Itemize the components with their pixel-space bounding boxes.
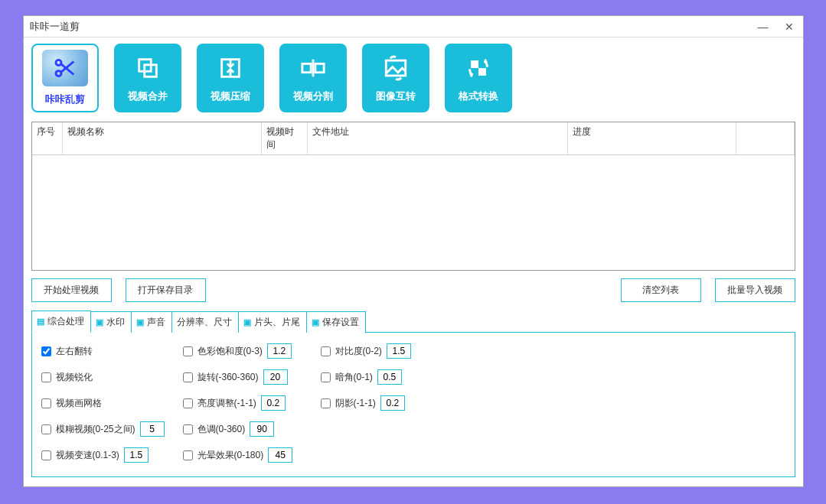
tab-icon: ▣ — [136, 317, 144, 327]
tab-label: 水印 — [106, 316, 125, 329]
table-header: 序号 视频名称 视频时间 文件地址 进度 — [32, 122, 795, 155]
scissors-icon — [42, 50, 88, 86]
opt-halo[interactable]: 光晕效果(0-180) — [183, 447, 321, 463]
contrast-input[interactable] — [387, 343, 411, 359]
tab-audio[interactable]: ▣声音 — [131, 311, 172, 333]
opt-label: 暗角(0-1) — [335, 371, 373, 384]
flip-checkbox[interactable] — [41, 346, 51, 356]
opt-brightness[interactable]: 亮度调整(-1-1) — [183, 395, 321, 411]
svg-line-2 — [60, 63, 73, 74]
close-button[interactable]: ✕ — [782, 21, 797, 33]
tab-icon: ▣ — [312, 317, 319, 327]
rotate-input[interactable] — [263, 369, 288, 385]
titlebar-controls: — ✕ — [756, 21, 797, 33]
opt-label: 亮度调整(-1-1) — [198, 397, 256, 410]
th-extra[interactable] — [736, 122, 795, 154]
open-dir-button[interactable]: 打开保存目录 — [126, 278, 206, 302]
clear-list-button[interactable]: 清空列表 — [621, 278, 701, 302]
hue-input[interactable] — [250, 421, 274, 437]
blur-checkbox[interactable] — [41, 424, 51, 434]
halo-input[interactable] — [268, 447, 292, 463]
saturation-checkbox[interactable] — [183, 346, 193, 356]
rotate-checkbox[interactable] — [183, 372, 193, 382]
grid-checkbox[interactable] — [41, 398, 51, 408]
svg-rect-14 — [478, 68, 486, 76]
start-process-button[interactable]: 开始处理视频 — [31, 278, 112, 302]
hue-checkbox[interactable] — [183, 424, 193, 434]
opt-grid[interactable]: 视频画网格 — [41, 395, 183, 411]
th-seq[interactable]: 序号 — [32, 122, 63, 154]
batch-import-button[interactable]: 批量导入视频 — [715, 278, 795, 302]
th-time[interactable]: 视频时间 — [262, 122, 308, 154]
image-icon — [380, 53, 411, 83]
th-addr[interactable]: 文件地址 — [308, 122, 568, 154]
tool-convert[interactable]: 格式转换 — [445, 44, 512, 112]
settings-panel: 左右翻转 视频锐化 视频画网格 模糊视频(0-25之间) 视频变速(0.1-3)… — [31, 332, 795, 477]
settings-col2: 色彩饱和度(0-3) 旋转(-360-360) 亮度调整(-1-1) 色调(0-… — [183, 343, 321, 463]
tab-general[interactable]: ▤综合处理 — [31, 311, 91, 333]
tab-save[interactable]: ▣保存设置 — [306, 311, 366, 333]
opt-contrast[interactable]: 对比度(0-2) — [321, 343, 420, 359]
opt-speed[interactable]: 视频变速(0.1-3) — [41, 447, 183, 463]
opt-label: 视频变速(0.1-3) — [56, 449, 119, 462]
tab-icon: ▣ — [243, 317, 251, 327]
split-icon — [298, 53, 328, 83]
tab-icon: ▣ — [96, 317, 103, 327]
convert-icon — [463, 53, 494, 83]
tool-split[interactable]: 视频分割 — [279, 44, 347, 112]
vignette-input[interactable] — [377, 369, 402, 385]
tab-watermark[interactable]: ▣水印 — [90, 311, 132, 333]
saturation-input[interactable] — [267, 343, 292, 359]
main-toolbar: 咔咔乱剪 视频合并 视频压缩 视频分割 图像互转 — [24, 37, 803, 122]
th-name[interactable]: 视频名称 — [63, 122, 262, 154]
opt-label: 色调(0-360) — [198, 423, 246, 436]
opt-rotate[interactable]: 旋转(-360-360) — [183, 369, 321, 385]
shadow-checkbox[interactable] — [321, 398, 331, 408]
minimize-button[interactable]: — — [756, 21, 771, 33]
opt-sharpen[interactable]: 视频锐化 — [41, 369, 183, 385]
tab-label: 分辨率、尺寸 — [177, 316, 232, 329]
tool-merge[interactable]: 视频合并 — [114, 44, 181, 112]
blur-input[interactable] — [140, 421, 165, 437]
tool-compress[interactable]: 视频压缩 — [197, 44, 264, 112]
th-prog[interactable]: 进度 — [568, 122, 736, 154]
opt-label: 色彩饱和度(0-3) — [198, 345, 263, 358]
opt-shadow[interactable]: 阴影(-1-1) — [321, 395, 420, 411]
contrast-checkbox[interactable] — [321, 346, 331, 356]
settings-tabbar: ▤综合处理 ▣水印 ▣声音 分辨率、尺寸 ▣片头、片尾 ▣保存设置 — [31, 310, 795, 332]
action-bar: 开始处理视频 打开保存目录 清空列表 批量导入视频 — [24, 271, 803, 310]
app-window: 咔咔一道剪 — ✕ 咔咔乱剪 视频合并 视频压缩 — [23, 15, 804, 487]
brightness-input[interactable] — [261, 395, 286, 411]
brightness-checkbox[interactable] — [183, 398, 193, 408]
tab-label: 片头、片尾 — [254, 316, 300, 329]
tab-intro-outro[interactable]: ▣片头、片尾 — [238, 311, 307, 333]
opt-label: 对比度(0-2) — [335, 345, 382, 358]
tool-label: 视频压缩 — [211, 89, 250, 103]
speed-checkbox[interactable] — [41, 450, 51, 460]
shadow-input[interactable] — [380, 395, 405, 411]
speed-input[interactable] — [124, 447, 149, 463]
opt-label: 阴影(-1-1) — [335, 397, 376, 410]
compress-icon — [215, 53, 246, 83]
opt-saturation[interactable]: 色彩饱和度(0-3) — [183, 343, 321, 359]
tool-image[interactable]: 图像互转 — [362, 44, 429, 112]
settings-col1: 左右翻转 视频锐化 视频画网格 模糊视频(0-25之间) 视频变速(0.1-3) — [41, 343, 183, 463]
halo-checkbox[interactable] — [183, 450, 193, 460]
merge-icon — [132, 53, 163, 83]
vignette-checkbox[interactable] — [321, 372, 331, 382]
tab-label: 保存设置 — [322, 316, 359, 329]
tool-label: 格式转换 — [459, 89, 498, 103]
video-table: 序号 视频名称 视频时间 文件地址 进度 — [31, 122, 795, 271]
opt-flip-horizontal[interactable]: 左右翻转 — [41, 343, 183, 359]
tab-resolution[interactable]: 分辨率、尺寸 — [171, 311, 239, 333]
opt-blur[interactable]: 模糊视频(0-25之间) — [41, 421, 183, 437]
opt-vignette[interactable]: 暗角(0-1) — [321, 369, 420, 385]
sharpen-checkbox[interactable] — [41, 372, 51, 382]
titlebar: 咔咔一道剪 — ✕ — [24, 16, 803, 37]
svg-rect-10 — [315, 63, 323, 72]
opt-hue[interactable]: 色调(0-360) — [183, 421, 321, 437]
opt-label: 视频锐化 — [56, 371, 93, 384]
tool-label: 咔咔乱剪 — [45, 93, 85, 106]
tool-random-cut[interactable]: 咔咔乱剪 — [31, 44, 99, 112]
opt-label: 视频画网格 — [56, 397, 102, 410]
